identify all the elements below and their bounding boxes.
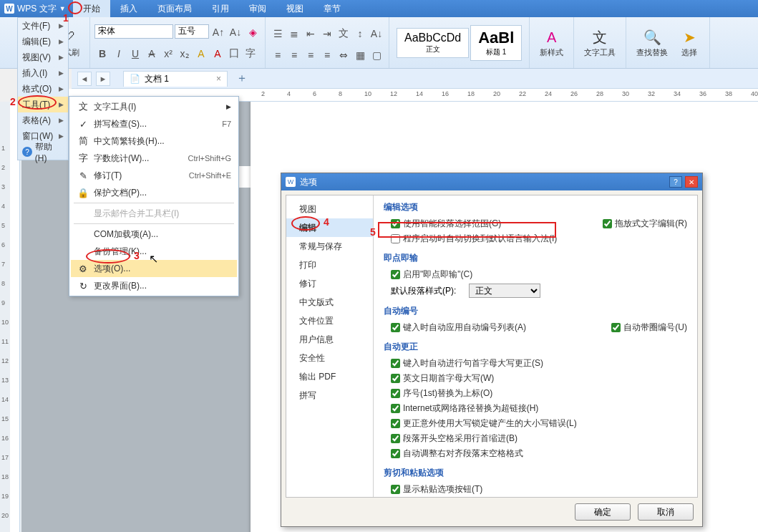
dialog-nav-7[interactable]: 用户信息: [286, 330, 373, 349]
char-shading-button[interactable]: 字: [243, 46, 258, 62]
grow-font-icon[interactable]: A↑: [210, 24, 226, 40]
nav-back-button[interactable]: ◄: [77, 72, 92, 86]
app-dropdown-icon[interactable]: ▼: [59, 5, 66, 12]
section-autonum: 自动编号: [384, 305, 687, 317]
new-style-button[interactable]: A新样式: [534, 24, 569, 61]
chk-auto-ime[interactable]: 程序启动时自动切换到默认语言输入法(I): [391, 233, 557, 245]
nav-fwd-button[interactable]: ►: [96, 72, 110, 86]
doc-tab[interactable]: 📄 文档 1 ×: [123, 71, 228, 87]
text-tools-button[interactable]: 文文字工具: [578, 24, 621, 61]
font-color-button[interactable]: A: [210, 46, 225, 62]
doc-icon: 📄: [130, 74, 140, 84]
chk-url-link[interactable]: Internet或网络路径替换为超链接(H): [391, 402, 538, 415]
char-border-button[interactable]: 囗: [226, 46, 242, 62]
superscript-button[interactable]: x²: [160, 46, 176, 62]
shading-button[interactable]: ▦: [352, 47, 368, 63]
align-center-button[interactable]: ≡: [286, 47, 302, 63]
dialog-close-button[interactable]: ✕: [685, 176, 698, 188]
underline-button[interactable]: U: [127, 46, 143, 62]
bold-button[interactable]: B: [94, 46, 110, 62]
bullets-button[interactable]: ☰: [270, 26, 286, 42]
sort-button[interactable]: A↓: [369, 26, 384, 42]
style-normal[interactable]: AaBbCcDd正文: [397, 28, 469, 58]
clear-fmt-icon[interactable]: ◈: [245, 24, 261, 40]
tools-item-11[interactable]: ⚙选项(O)...: [71, 260, 237, 277]
file-menu-item-0[interactable]: 文件(F)▶: [18, 18, 68, 34]
ok-button[interactable]: 确定: [575, 503, 631, 521]
dialog-nav-9[interactable]: 输出 PDF: [286, 367, 373, 386]
file-menu-item-2[interactable]: 视图(V)▶: [18, 49, 68, 65]
subscript-button[interactable]: x₂: [177, 46, 193, 62]
font-name-select[interactable]: [94, 24, 173, 39]
file-menu-item-6[interactable]: 表格(A)▶: [18, 112, 68, 128]
tab-review[interactable]: 审阅: [239, 0, 276, 17]
tab-layout[interactable]: 页面布局: [147, 0, 202, 17]
tools-item-2[interactable]: 简中文简繁转换(H)...: [71, 132, 237, 150]
outdent-button[interactable]: ⇤: [303, 26, 319, 42]
tools-item-0[interactable]: 文文字工具(I)▶: [71, 98, 237, 115]
tools-item-9[interactable]: COM加载项(A)...: [71, 226, 237, 243]
chk-smart-para[interactable]: 使用智能段落选择范围(G): [391, 218, 501, 230]
style-heading1[interactable]: AaBl标题 1: [470, 25, 522, 61]
numbering-button[interactable]: ≣: [286, 26, 302, 42]
dialog-nav-5[interactable]: 中文版式: [286, 293, 373, 311]
distribute-button[interactable]: ⇔: [336, 47, 351, 63]
borders-button[interactable]: ▢: [369, 47, 384, 63]
strike-button[interactable]: A: [144, 46, 160, 62]
tab-section[interactable]: 章节: [314, 0, 351, 17]
tab-insert[interactable]: 插入: [110, 0, 147, 17]
tab-view[interactable]: 视图: [276, 0, 314, 17]
cancel-button[interactable]: 取消: [638, 503, 694, 521]
close-tab-icon[interactable]: ×: [216, 74, 221, 84]
add-tab-button[interactable]: ＋: [232, 71, 252, 86]
find-replace-button[interactable]: 🔍查找替换: [631, 24, 674, 61]
dialog-nav-1[interactable]: 编辑: [286, 218, 373, 237]
justify-button[interactable]: ≡: [319, 47, 335, 63]
indent-button[interactable]: ⇥: [319, 26, 335, 42]
file-menu-item-8[interactable]: ?帮助(H): [18, 144, 68, 160]
align-left-button[interactable]: ≡: [270, 47, 286, 63]
dialog-nav-0[interactable]: 视图: [286, 200, 373, 218]
select-default-pstyle[interactable]: 正文: [469, 284, 540, 298]
chk-show-paste-btn[interactable]: 显示粘贴选项按钮(T): [391, 483, 482, 495]
align-right-button[interactable]: ≡: [303, 47, 319, 63]
file-menu-item-3[interactable]: 插入(I)▶: [18, 65, 68, 81]
tools-item-4[interactable]: ✎修订(T)Ctrl+Shift+E: [71, 167, 237, 184]
chk-dragdrop[interactable]: 拖放式文字编辑(R): [603, 218, 687, 230]
chk-enable-itype[interactable]: 启用"即点即输"(C): [391, 269, 472, 281]
shrink-font-icon[interactable]: A↓: [228, 24, 243, 40]
tools-item-10[interactable]: 备份管理(K)...: [71, 243, 237, 260]
chk-ordinal-sup[interactable]: 序号(1st)替换为上标(O): [391, 387, 492, 400]
chk-sentence-cap[interactable]: 键入时自动进行句首字母大写更正(S): [391, 357, 543, 369]
dialog-nav-2[interactable]: 常规与保存: [286, 237, 373, 256]
dialog-help-button[interactable]: ?: [669, 176, 682, 188]
dialog-nav-3[interactable]: 打印: [286, 256, 373, 274]
tab-start[interactable]: 开始: [73, 0, 110, 17]
select-button[interactable]: ➤选择: [674, 24, 705, 61]
chk-autonum-apply[interactable]: 键入时自动应用自动编号列表(A): [391, 321, 526, 334]
chk-circle-num[interactable]: 自动带圈编号(U): [611, 321, 687, 334]
dialog-titlebar[interactable]: W 选项 ? ✕: [281, 173, 702, 190]
dialog-nav-6[interactable]: 文件位置: [286, 311, 373, 330]
chk-caps-fix[interactable]: 更正意外使用大写锁定键产生的大小写错误(L): [391, 417, 577, 430]
text-direction-button[interactable]: 文: [336, 26, 351, 42]
tools-item-1[interactable]: ✓拼写检查(S)...F7: [71, 115, 237, 132]
chk-rtrim[interactable]: 自动调整右对齐段落末空格格式: [391, 448, 523, 460]
file-menu-item-5[interactable]: 工具(T)▶: [18, 97, 68, 112]
file-menu-item-1[interactable]: 编辑(E)▶: [18, 34, 68, 49]
dialog-nav-4[interactable]: 修订: [286, 274, 373, 293]
tab-reference[interactable]: 引用: [202, 0, 239, 17]
line-spacing-button[interactable]: ↕: [352, 26, 368, 42]
italic-button[interactable]: I: [111, 46, 127, 62]
style-gallery[interactable]: AaBbCcDd正文 AaBl标题 1: [394, 25, 525, 61]
dialog-nav-10[interactable]: 拼写: [286, 386, 373, 405]
chk-day-cap[interactable]: 英文日期首字母大写(W): [391, 372, 494, 385]
tools-item-3[interactable]: 字字数统计(W)...Ctrl+Shift+G: [71, 150, 237, 167]
chk-tab-indent[interactable]: 段落开头空格采用行首缩进(B): [391, 432, 518, 445]
dialog-nav-8[interactable]: 安全性: [286, 349, 373, 367]
font-size-select[interactable]: [175, 24, 209, 39]
tools-item-5[interactable]: 🔒保护文档(P)...: [71, 184, 237, 201]
file-menu-item-4[interactable]: 格式(O)▶: [18, 81, 68, 97]
highlight-button[interactable]: A: [193, 46, 209, 62]
tools-item-12[interactable]: ↻更改界面(B)...: [71, 277, 237, 294]
